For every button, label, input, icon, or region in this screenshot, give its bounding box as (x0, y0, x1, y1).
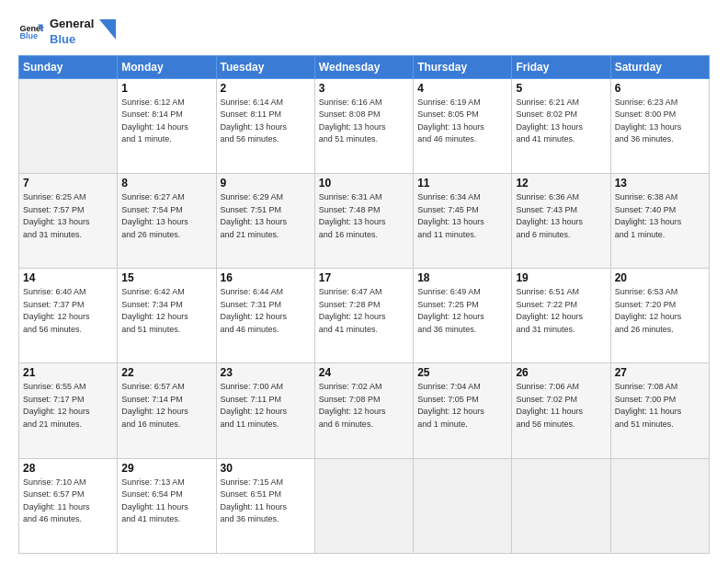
day-number: 4 (417, 82, 507, 95)
day-info: Sunrise: 6:19 AM Sunset: 8:05 PM Dayligh… (417, 97, 507, 146)
calendar-cell: 6Sunrise: 6:23 AM Sunset: 8:00 PM Daylig… (610, 78, 709, 173)
calendar-cell: 19Sunrise: 6:51 AM Sunset: 7:22 PM Dayli… (512, 269, 610, 363)
day-info: Sunrise: 7:13 AM Sunset: 6:54 PM Dayligh… (121, 477, 211, 526)
day-number: 5 (516, 82, 606, 95)
day-number: 12 (516, 177, 606, 190)
day-info: Sunrise: 7:00 AM Sunset: 7:11 PM Dayligh… (221, 381, 311, 431)
day-info: Sunrise: 6:23 AM Sunset: 8:00 PM Dayligh… (615, 97, 705, 146)
day-number: 11 (417, 177, 507, 190)
day-number: 18 (417, 271, 507, 284)
calendar-cell: 10Sunrise: 6:31 AM Sunset: 7:48 PM Dayli… (314, 174, 413, 269)
day-number: 27 (615, 366, 705, 379)
calendar-cell: 8Sunrise: 6:27 AM Sunset: 7:54 PM Daylig… (118, 174, 216, 269)
calendar-cell: 27Sunrise: 7:08 AM Sunset: 7:00 PM Dayli… (610, 363, 709, 458)
day-info: Sunrise: 6:53 AM Sunset: 7:20 PM Dayligh… (615, 286, 705, 336)
calendar-cell (512, 458, 610, 553)
day-info: Sunrise: 7:04 AM Sunset: 7:05 PM Dayligh… (417, 381, 507, 431)
day-number: 25 (417, 366, 507, 379)
day-number: 1 (121, 82, 211, 95)
calendar-week-row: 7Sunrise: 6:25 AM Sunset: 7:57 PM Daylig… (19, 174, 710, 269)
calendar-week-row: 14Sunrise: 6:40 AM Sunset: 7:37 PM Dayli… (19, 269, 710, 363)
day-info: Sunrise: 6:31 AM Sunset: 7:48 PM Dayligh… (319, 191, 409, 241)
day-number: 19 (516, 271, 606, 284)
calendar-week-row: 1Sunrise: 6:12 AM Sunset: 8:14 PM Daylig… (19, 78, 710, 173)
calendar-cell: 2Sunrise: 6:14 AM Sunset: 8:11 PM Daylig… (216, 78, 314, 173)
calendar-cell: 25Sunrise: 7:04 AM Sunset: 7:05 PM Dayli… (414, 363, 512, 458)
header: General Blue General Blue (18, 17, 710, 48)
logo: General Blue General Blue (18, 17, 116, 48)
day-number: 22 (121, 366, 211, 379)
logo-text: General (50, 17, 94, 32)
calendar-cell: 29Sunrise: 7:13 AM Sunset: 6:54 PM Dayli… (118, 458, 216, 553)
day-info: Sunrise: 6:21 AM Sunset: 8:02 PM Dayligh… (516, 97, 606, 146)
weekday-header-tuesday: Tuesday (216, 55, 314, 78)
page: General Blue General Blue SundayMondayTu… (0, 0, 728, 563)
day-info: Sunrise: 6:44 AM Sunset: 7:31 PM Dayligh… (221, 286, 311, 336)
day-info: Sunrise: 6:27 AM Sunset: 7:54 PM Dayligh… (121, 191, 211, 241)
day-number: 15 (121, 271, 211, 284)
day-number: 21 (23, 366, 113, 379)
calendar-cell: 16Sunrise: 6:44 AM Sunset: 7:31 PM Dayli… (216, 269, 314, 363)
calendar-cell: 17Sunrise: 6:47 AM Sunset: 7:28 PM Dayli… (314, 269, 413, 363)
day-info: Sunrise: 6:42 AM Sunset: 7:34 PM Dayligh… (121, 286, 211, 336)
day-info: Sunrise: 7:08 AM Sunset: 7:00 PM Dayligh… (615, 381, 705, 431)
day-info: Sunrise: 6:34 AM Sunset: 7:45 PM Dayligh… (417, 191, 507, 241)
day-info: Sunrise: 6:47 AM Sunset: 7:28 PM Dayligh… (319, 286, 409, 336)
weekday-header-sunday: Sunday (19, 55, 118, 78)
calendar-cell: 1Sunrise: 6:12 AM Sunset: 8:14 PM Daylig… (118, 78, 216, 173)
calendar-cell: 9Sunrise: 6:29 AM Sunset: 7:51 PM Daylig… (216, 174, 314, 269)
day-number: 24 (319, 366, 409, 379)
calendar-week-row: 21Sunrise: 6:55 AM Sunset: 7:17 PM Dayli… (19, 363, 710, 458)
calendar-cell: 12Sunrise: 6:36 AM Sunset: 7:43 PM Dayli… (512, 174, 610, 269)
calendar-cell: 7Sunrise: 6:25 AM Sunset: 7:57 PM Daylig… (19, 174, 118, 269)
day-info: Sunrise: 6:57 AM Sunset: 7:14 PM Dayligh… (121, 381, 211, 431)
day-number: 7 (23, 177, 113, 190)
day-number: 13 (615, 177, 705, 190)
day-info: Sunrise: 6:12 AM Sunset: 8:14 PM Dayligh… (121, 97, 211, 146)
weekday-header-row: SundayMondayTuesdayWednesdayThursdayFrid… (19, 55, 710, 78)
day-number: 23 (221, 366, 311, 379)
calendar-cell: 22Sunrise: 6:57 AM Sunset: 7:14 PM Dayli… (118, 363, 216, 458)
logo-blue: Blue (50, 32, 94, 48)
calendar-cell: 4Sunrise: 6:19 AM Sunset: 8:05 PM Daylig… (414, 78, 512, 173)
day-info: Sunrise: 7:02 AM Sunset: 7:08 PM Dayligh… (319, 381, 409, 431)
calendar-cell (414, 458, 512, 553)
day-info: Sunrise: 7:15 AM Sunset: 6:51 PM Dayligh… (221, 477, 311, 526)
day-number: 26 (516, 366, 606, 379)
day-number: 6 (615, 82, 705, 95)
calendar-cell: 20Sunrise: 6:53 AM Sunset: 7:20 PM Dayli… (610, 269, 709, 363)
calendar-cell: 3Sunrise: 6:16 AM Sunset: 8:08 PM Daylig… (314, 78, 413, 173)
svg-marker-3 (99, 19, 116, 40)
day-info: Sunrise: 6:14 AM Sunset: 8:11 PM Dayligh… (221, 97, 311, 146)
weekday-header-monday: Monday (118, 55, 216, 78)
logo-icon: General Blue (18, 19, 44, 45)
day-info: Sunrise: 6:29 AM Sunset: 7:51 PM Dayligh… (221, 191, 311, 241)
day-info: Sunrise: 6:25 AM Sunset: 7:57 PM Dayligh… (23, 191, 113, 241)
day-info: Sunrise: 6:16 AM Sunset: 8:08 PM Dayligh… (319, 97, 409, 146)
calendar-cell (314, 458, 413, 553)
day-number: 28 (23, 462, 113, 475)
weekday-header-thursday: Thursday (414, 55, 512, 78)
day-number: 20 (615, 271, 705, 284)
day-number: 2 (221, 82, 311, 95)
day-info: Sunrise: 6:40 AM Sunset: 7:37 PM Dayligh… (23, 286, 113, 336)
svg-text:Blue: Blue (19, 31, 38, 40)
calendar-cell: 11Sunrise: 6:34 AM Sunset: 7:45 PM Dayli… (414, 174, 512, 269)
calendar-cell: 18Sunrise: 6:49 AM Sunset: 7:25 PM Dayli… (414, 269, 512, 363)
calendar-cell: 28Sunrise: 7:10 AM Sunset: 6:57 PM Dayli… (19, 458, 118, 553)
calendar-cell: 21Sunrise: 6:55 AM Sunset: 7:17 PM Dayli… (19, 363, 118, 458)
day-info: Sunrise: 6:49 AM Sunset: 7:25 PM Dayligh… (417, 286, 507, 336)
day-number: 3 (319, 82, 409, 95)
logo-arrow-icon (99, 19, 116, 40)
calendar-cell: 14Sunrise: 6:40 AM Sunset: 7:37 PM Dayli… (19, 269, 118, 363)
day-number: 14 (23, 271, 113, 284)
calendar-cell: 30Sunrise: 7:15 AM Sunset: 6:51 PM Dayli… (216, 458, 314, 553)
calendar-week-row: 28Sunrise: 7:10 AM Sunset: 6:57 PM Dayli… (19, 458, 710, 553)
day-info: Sunrise: 6:51 AM Sunset: 7:22 PM Dayligh… (516, 286, 606, 336)
calendar-cell (19, 78, 118, 173)
calendar-cell: 13Sunrise: 6:38 AM Sunset: 7:40 PM Dayli… (610, 174, 709, 269)
day-number: 30 (221, 462, 311, 475)
weekday-header-wednesday: Wednesday (314, 55, 413, 78)
day-number: 10 (319, 177, 409, 190)
weekday-header-saturday: Saturday (610, 55, 709, 78)
